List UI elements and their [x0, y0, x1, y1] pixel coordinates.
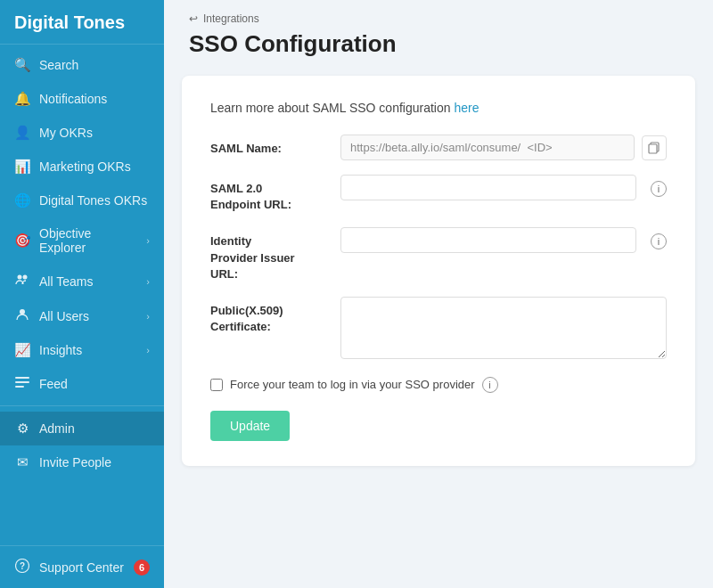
sidebar-item-objective-explorer[interactable]: 🎯 Objective Explorer › [0, 217, 164, 264]
sidebar-item-label: Objective Explorer [39, 226, 137, 255]
sidebar-item-label: Digital Tones OKRs [39, 193, 147, 208]
target-icon: 🎯 [14, 233, 30, 249]
saml-info-text: Learn more about SAML SSO configuration … [210, 101, 667, 115]
force-sso-label[interactable]: Force your team to log in via your SSO p… [230, 378, 475, 391]
sidebar-item-label: Marketing OKRs [39, 159, 131, 174]
sidebar-item-label: Invite People [39, 455, 111, 470]
force-sso-checkbox[interactable] [210, 379, 223, 391]
saml-name-label: SAML Name: [210, 135, 326, 157]
sidebar-item-invite-people[interactable]: ✉ Invite People [0, 445, 164, 479]
sidebar: Digital Tones 🔍 Search 🔔 Notifications 👤… [0, 0, 164, 588]
sidebar-item-label: All Users [39, 309, 89, 323]
sidebar-item-label: My OKRs [39, 126, 93, 140]
sidebar-item-all-users[interactable]: All Users › [0, 298, 164, 333]
sidebar-logo: Digital Tones [0, 0, 164, 45]
saml-name-input[interactable] [340, 135, 635, 160]
sidebar-item-insights[interactable]: 📈 Insights › [0, 333, 164, 367]
identity-provider-input[interactable] [340, 227, 636, 253]
sidebar-item-digital-tones-okrs[interactable]: 🌐 Digital Tones OKRs [0, 184, 164, 217]
globe-icon: 🌐 [14, 192, 30, 208]
chevron-right-icon: › [146, 345, 150, 355]
support-label: Support Center [39, 560, 124, 575]
identity-provider-wrap [340, 227, 636, 253]
saml-endpoint-wrap [340, 175, 636, 200]
content-card: Learn more about SAML SSO configuration … [182, 76, 695, 466]
copy-button[interactable] [642, 135, 667, 160]
sidebar-item-my-okrs[interactable]: 👤 My OKRs [0, 116, 164, 150]
sidebar-item-support[interactable]: ? Support Center 6 [0, 550, 164, 584]
sidebar-item-label: Feed [39, 377, 68, 391]
breadcrumb-arrow-icon: ↩ [189, 12, 198, 25]
user-circle-icon: 👤 [14, 125, 30, 141]
chevron-right-icon: › [146, 311, 150, 322]
svg-point-2 [20, 309, 25, 314]
sidebar-item-label: All Teams [39, 274, 93, 289]
saml-endpoint-input[interactable] [340, 175, 636, 200]
sidebar-bottom: ? Support Center 6 [0, 545, 164, 588]
svg-rect-3 [15, 377, 29, 379]
sidebar-divider [0, 405, 164, 406]
support-badge: 6 [134, 559, 150, 576]
breadcrumb: ↩ Integrations [189, 12, 688, 25]
svg-rect-9 [649, 144, 657, 153]
question-icon: ? [14, 559, 30, 576]
teams-icon [14, 273, 30, 290]
sidebar-item-feed[interactable]: Feed [0, 367, 164, 400]
gear-icon: ⚙ [14, 421, 30, 437]
bell-icon: 🔔 [14, 91, 30, 107]
saml-endpoint-label: SAML 2.0Endpoint URL: [210, 175, 326, 213]
sidebar-item-notifications[interactable]: 🔔 Notifications [0, 82, 164, 116]
sidebar-item-all-teams[interactable]: All Teams › [0, 264, 164, 298]
identity-provider-label: IdentityProvider IssuerURL: [210, 227, 326, 282]
chart-icon: 📊 [14, 159, 30, 175]
sidebar-item-label: Insights [39, 343, 82, 357]
envelope-icon: ✉ [14, 454, 30, 470]
feed-icon [14, 376, 30, 391]
identity-provider-row: IdentityProvider IssuerURL: i [210, 227, 667, 282]
svg-rect-5 [15, 386, 24, 388]
svg-point-1 [23, 275, 28, 280]
saml-info-link[interactable]: here [454, 101, 479, 115]
update-button[interactable]: Update [210, 411, 290, 441]
force-sso-info-icon[interactable]: i [482, 377, 498, 393]
sidebar-item-label: Search [39, 58, 78, 72]
sidebar-item-search[interactable]: 🔍 Search [0, 48, 164, 82]
sidebar-item-marketing-okrs[interactable]: 📊 Marketing OKRs [0, 150, 164, 184]
insights-icon: 📈 [14, 342, 30, 358]
breadcrumb-text: Integrations [203, 12, 259, 25]
certificate-label: Public(X.509)Certificate: [210, 297, 326, 335]
saml-endpoint-info-icon[interactable]: i [651, 181, 667, 197]
certificate-textarea[interactable] [340, 297, 667, 359]
svg-rect-4 [15, 381, 29, 383]
search-icon: 🔍 [14, 57, 30, 73]
saml-name-row: SAML Name: [210, 135, 667, 160]
svg-point-0 [18, 275, 22, 280]
sidebar-item-label: Admin [39, 421, 75, 436]
identity-provider-info-icon[interactable]: i [651, 233, 667, 249]
sidebar-nav: 🔍 Search 🔔 Notifications 👤 My OKRs 📊 Mar… [0, 45, 164, 545]
page-title: SSO Configuration [189, 30, 688, 58]
main-header: ↩ Integrations SSO Configuration [164, 0, 713, 76]
sidebar-item-admin[interactable]: ⚙ Admin [0, 412, 164, 445]
main-content: ↩ Integrations SSO Configuration Learn m… [164, 0, 713, 588]
chevron-right-icon: › [146, 276, 150, 287]
saml-name-input-wrap [340, 135, 667, 160]
certificate-wrap [340, 297, 667, 363]
certificate-row: Public(X.509)Certificate: [210, 297, 667, 363]
force-sso-row: Force your team to log in via your SSO p… [210, 377, 667, 393]
saml-endpoint-row: SAML 2.0Endpoint URL: i [210, 175, 667, 213]
sidebar-item-label: Notifications [39, 92, 107, 106]
chevron-right-icon: › [146, 235, 150, 246]
users-icon [14, 307, 30, 324]
svg-text:?: ? [20, 561, 25, 571]
